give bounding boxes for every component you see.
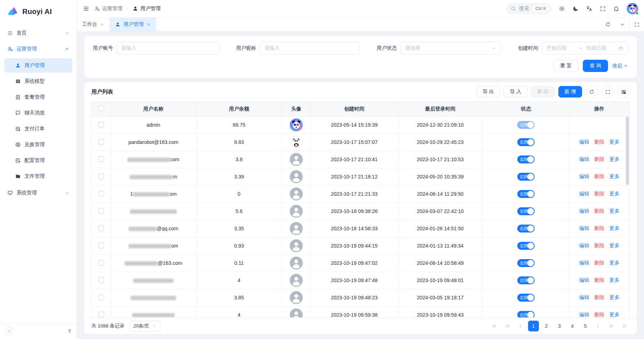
breadcrumb-item[interactable]: 运营管理 — [94, 5, 122, 12]
status-toggle[interactable]: 启用 — [517, 121, 535, 129]
sidebar-item-配置管理[interactable]: 配置管理 — [4, 153, 72, 168]
filter-daterange-创建时间[interactable]: 开始日期结束日期 — [542, 42, 628, 55]
status-toggle[interactable]: 启用 — [517, 225, 535, 232]
status-toggle[interactable]: 启用 — [517, 311, 535, 317]
breadcrumb-item[interactable]: 用户管理 — [132, 5, 161, 12]
translate-icon[interactable] — [586, 5, 593, 12]
pager-right-icon[interactable] — [593, 321, 604, 331]
row-checkbox[interactable] — [98, 294, 104, 300]
pager-double-left-icon[interactable] — [502, 321, 513, 331]
row-checkbox[interactable] — [98, 277, 104, 283]
sidebar-item-兑换管理[interactable]: 兑换管理 — [4, 137, 72, 152]
row-checkbox[interactable] — [98, 260, 104, 266]
reset-button[interactable]: 重 置 — [553, 60, 578, 72]
edit-link[interactable]: 编辑 — [579, 294, 589, 301]
status-toggle[interactable]: 启用 — [517, 173, 535, 181]
sidebar-group-运营管理[interactable]: 运营管理 — [4, 41, 72, 57]
status-toggle[interactable]: 启用 — [517, 276, 535, 284]
sidebar-item-用户管理[interactable]: 用户管理 — [4, 58, 72, 73]
row-checkbox[interactable] — [98, 312, 104, 317]
more-link[interactable]: 更多 — [609, 173, 620, 180]
brand[interactable]: Ruoyi AI — [0, 0, 77, 23]
row-checkbox[interactable] — [98, 225, 104, 231]
status-toggle[interactable]: 启用 — [517, 259, 535, 267]
edit-link[interactable]: 编辑 — [579, 225, 589, 232]
more-link[interactable]: 更多 — [609, 225, 620, 232]
more-link[interactable]: 更多 — [609, 277, 620, 284]
export-button[interactable]: 导 出 — [476, 86, 500, 98]
delete-link[interactable]: 删除 — [594, 225, 604, 232]
delete-link[interactable]: 删除 — [594, 208, 604, 214]
more-link[interactable]: 更多 — [609, 260, 620, 266]
sidebar-item-系统模型[interactable]: 系统模型 — [4, 74, 72, 89]
delete-link[interactable]: 删除 — [594, 312, 604, 317]
status-toggle[interactable]: 启用 — [517, 190, 535, 198]
status-toggle[interactable]: 启用 — [517, 294, 535, 302]
edit-link[interactable]: 编辑 — [579, 277, 589, 284]
page-size-select[interactable]: 20条/页 — [130, 321, 161, 331]
sidebar-item-文件管理[interactable]: 文件管理 — [4, 169, 72, 184]
delete-link[interactable]: 删除 — [594, 260, 604, 266]
edit-link[interactable]: 编辑 — [579, 156, 589, 163]
tab-用户管理[interactable]: 用户管理 — [110, 18, 156, 31]
pin-icon[interactable] — [67, 329, 72, 334]
page-button-3[interactable]: 3 — [554, 321, 565, 331]
delete-button[interactable]: 删 除 — [531, 86, 555, 98]
row-checkbox[interactable] — [98, 139, 104, 145]
sidebar-item-支付订单[interactable]: 支付订单 — [4, 122, 72, 136]
fullscreen-icon[interactable] — [600, 6, 606, 12]
delete-link[interactable]: 删除 — [594, 191, 604, 197]
collapse-filter-link[interactable]: 收起 — [612, 63, 628, 69]
pager-double-right-icon[interactable] — [606, 321, 617, 331]
sidebar-collapse-button[interactable] — [4, 327, 14, 336]
delete-link[interactable]: 删除 — [594, 156, 604, 163]
more-link[interactable]: 更多 — [609, 312, 620, 317]
edit-link[interactable]: 编辑 — [579, 260, 589, 266]
add-button[interactable]: 新 增 — [558, 86, 582, 98]
status-toggle[interactable]: 启用 — [517, 207, 535, 215]
refresh-icon[interactable] — [586, 86, 598, 98]
delete-link[interactable]: 删除 — [594, 294, 604, 301]
import-button[interactable]: 导 入 — [504, 86, 527, 98]
more-link[interactable]: 更多 — [609, 243, 620, 249]
select-all-checkbox[interactable] — [98, 105, 104, 111]
column-settings-icon[interactable] — [617, 86, 630, 98]
more-link[interactable]: 更多 — [609, 191, 620, 197]
sidebar-group-系统管理[interactable]: 系统管理 — [4, 185, 72, 201]
gear-icon[interactable] — [559, 5, 565, 12]
moon-icon[interactable] — [572, 5, 579, 12]
sidebar-item-聊天消息[interactable]: 聊天消息 — [4, 106, 72, 120]
row-checkbox[interactable] — [98, 191, 104, 196]
row-checkbox[interactable] — [98, 208, 104, 214]
more-link[interactable]: 更多 — [609, 208, 620, 214]
filter-input-用户账号[interactable]: 请输入 — [117, 42, 219, 55]
close-icon[interactable] — [100, 22, 104, 27]
tab-chevron-down-icon[interactable] — [615, 18, 630, 31]
row-checkbox[interactable] — [98, 173, 104, 179]
tab-refresh-icon[interactable] — [601, 18, 615, 31]
filter-input-用户昵称[interactable]: 请输入 — [260, 42, 360, 55]
pager-last-page-icon[interactable] — [619, 321, 630, 331]
edit-link[interactable]: 编辑 — [579, 312, 589, 317]
edit-link[interactable]: 编辑 — [579, 191, 589, 197]
edit-link[interactable]: 编辑 — [579, 208, 589, 214]
sidebar-item-套餐管理[interactable]: 套餐管理 — [4, 90, 72, 104]
row-checkbox[interactable] — [98, 243, 104, 248]
delete-link[interactable]: 删除 — [594, 277, 604, 284]
pager-first-page-icon[interactable] — [489, 321, 500, 331]
more-link[interactable]: 更多 — [609, 294, 620, 301]
more-link[interactable]: 更多 — [609, 156, 620, 163]
search-button[interactable]: 查 询 — [583, 60, 608, 72]
delete-link[interactable]: 删除 — [594, 173, 604, 180]
sidebar-group-首页[interactable]: 首页 — [4, 25, 72, 41]
close-icon[interactable] — [147, 22, 151, 27]
delete-link[interactable]: 删除 — [594, 243, 604, 249]
status-toggle[interactable]: 启用 — [517, 155, 535, 163]
tab-expand-icon[interactable] — [630, 18, 644, 31]
row-checkbox[interactable] — [98, 122, 104, 127]
row-checkbox[interactable] — [98, 156, 104, 162]
page-button-4[interactable]: 4 — [567, 321, 578, 331]
page-button-1[interactable]: 1 — [528, 321, 539, 331]
page-button-5[interactable]: 5 — [580, 321, 591, 331]
hamburger-menu-icon[interactable] — [83, 5, 89, 12]
